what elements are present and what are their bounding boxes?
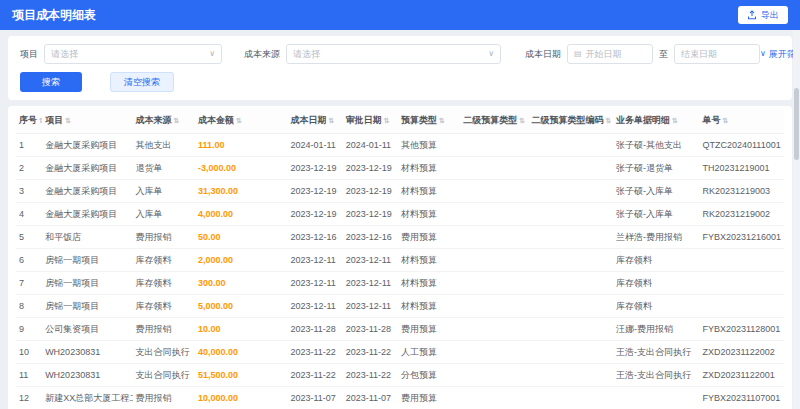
cell-cost-amount: 2,000.00 [195, 249, 287, 272]
cell-sub-budget-type [460, 341, 528, 364]
sort-icon[interactable]: ⇅ [328, 117, 334, 124]
export-button[interactable]: 导出 [738, 6, 788, 24]
sort-icon[interactable]: ⇅ [174, 117, 180, 124]
sort-icon[interactable]: ⇅ [39, 117, 42, 124]
table-row[interactable]: 7房锦一期项目库存领料300.002023-12-112023-12-11材料预… [16, 272, 784, 295]
cell-budget-type: 材料预算 [398, 272, 460, 295]
column-header-project[interactable]: 项目⇅ [42, 108, 132, 134]
vertical-scrollbar[interactable] [793, 30, 800, 409]
column-header-cost-source[interactable]: 成本来源⇅ [133, 108, 195, 134]
table-row[interactable]: 12新建XX总部大厦工程二期费用报销10,000.002023-11-07202… [16, 387, 784, 409]
cell-business-doc [613, 387, 699, 409]
cell-index: 5 [16, 226, 42, 249]
cell-cost-date: 2023-12-11 [287, 295, 342, 318]
cell-business-doc: 库存领料 [613, 295, 699, 318]
cell-cost-source: 退货单 [133, 157, 195, 180]
cell-index: 6 [16, 249, 42, 272]
column-label: 项目 [45, 115, 63, 125]
sort-icon[interactable]: ⇅ [236, 117, 242, 124]
sort-icon[interactable]: ⇅ [722, 117, 728, 124]
cost-table: 序号⇅项目⇅成本来源⇅成本金额⇅成本日期⇅审批日期⇅预算类型⇅二级预算类型⇅二级… [16, 108, 784, 409]
sort-icon[interactable]: ⇅ [672, 117, 678, 124]
cell-cost-amount: 10.00 [195, 318, 287, 341]
table-row[interactable]: 10WH20230831支出合同执行40,000.002023-11-22202… [16, 341, 784, 364]
cell-cost-source: 支出合同执行 [133, 341, 195, 364]
table-row[interactable]: 11WH20230831支出合同执行51,500.002023-11-22202… [16, 364, 784, 387]
cell-sub-budget-type-code [529, 226, 613, 249]
sort-icon[interactable]: ⇅ [439, 117, 445, 124]
column-header-approval-date[interactable]: 审批日期⇅ [343, 108, 398, 134]
column-header-budget-type[interactable]: 预算类型⇅ [398, 108, 460, 134]
filter-panel: 项目 请选择 ∨ 成本来源 请选择 ∨ 成本日期 ▤ 开始日期 至 结束日期 [8, 36, 792, 100]
cell-index: 2 [16, 157, 42, 180]
table-row[interactable]: 5和平饭店费用报销50.002023-12-162023-12-16费用预算兰样… [16, 226, 784, 249]
cell-project: 金融大厦采购项目 [42, 157, 132, 180]
column-header-sub-budget-type[interactable]: 二级预算类型⇅ [460, 108, 528, 134]
column-label: 成本日期 [290, 115, 326, 125]
column-header-cost-amount[interactable]: 成本金额⇅ [195, 108, 287, 134]
cell-approval-date: 2023-12-11 [343, 295, 398, 318]
cell-business-doc: 张子硕-入库单 [613, 180, 699, 203]
cell-index: 7 [16, 272, 42, 295]
table-row[interactable]: 2金融大厦采购项目退货单-3,000.002023-12-192023-12-1… [16, 157, 784, 180]
sort-icon[interactable]: ⇅ [384, 117, 390, 124]
date-start-input[interactable]: ▤ 开始日期 [567, 44, 653, 64]
sort-icon[interactable]: ⇅ [65, 117, 71, 124]
cell-index: 9 [16, 318, 42, 341]
cell-budget-type: 费用预算 [398, 387, 460, 409]
column-header-sub-budget-type-code[interactable]: 二级预算类型编码⇅ [529, 108, 613, 134]
table-row[interactable]: 9公司集资项目费用报销10.002023-11-282023-11-28费用预算… [16, 318, 784, 341]
column-label: 二级预算类型编码 [532, 115, 604, 125]
table-row[interactable]: 6房锦一期项目库存领料2,000.002023-12-112023-12-11材… [16, 249, 784, 272]
cell-sub-budget-type [460, 318, 528, 341]
cell-doc-no: QTZC20240111001 [699, 134, 784, 157]
cell-cost-date: 2023-11-07 [287, 387, 342, 409]
cell-budget-type: 其他预算 [398, 134, 460, 157]
date-end-input[interactable]: 结束日期 [674, 44, 760, 64]
cell-project: 和平饭店 [42, 226, 132, 249]
cell-approval-date: 2023-12-19 [343, 203, 398, 226]
table-row[interactable]: 4金融大厦采购项目入库单4,000.002023-12-192023-12-19… [16, 203, 784, 226]
column-header-index[interactable]: 序号⇅ [16, 108, 42, 134]
table-row[interactable]: 1金融大厦采购项目其他支出111.002024-01-112024-01-11其… [16, 134, 784, 157]
table-row[interactable]: 8房锦一期项目库存领料5,000.002023-12-112023-12-11材… [16, 295, 784, 318]
column-label: 预算类型 [401, 115, 437, 125]
cell-business-doc: 库存领料 [613, 249, 699, 272]
cell-index: 10 [16, 341, 42, 364]
cell-project: 公司集资项目 [42, 318, 132, 341]
cell-cost-date: 2023-12-19 [287, 203, 342, 226]
cell-project: 房锦一期项目 [42, 272, 132, 295]
column-header-business-doc[interactable]: 业务单据明细⇅ [613, 108, 699, 134]
column-header-doc-no[interactable]: 单号⇅ [699, 108, 784, 134]
chevron-down-icon: ∨ [760, 50, 766, 58]
cell-budget-type: 材料预算 [398, 203, 460, 226]
cell-project: WH20230831 [42, 341, 132, 364]
cell-doc-no: RK20231219002 [699, 203, 784, 226]
cell-cost-date: 2023-11-22 [287, 364, 342, 387]
cost-source-select[interactable]: 请选择 ∨ [286, 44, 501, 64]
vertical-scrollbar-thumb[interactable] [794, 88, 799, 160]
cell-index: 12 [16, 387, 42, 409]
date-end-placeholder: 结束日期 [681, 48, 717, 61]
clear-search-button[interactable]: 清空搜索 [110, 72, 174, 92]
date-range-separator: 至 [659, 48, 668, 61]
cell-sub-budget-type-code [529, 203, 613, 226]
cell-index: 1 [16, 134, 42, 157]
sort-icon[interactable]: ⇅ [519, 117, 525, 124]
cell-sub-budget-type-code [529, 272, 613, 295]
cell-cost-amount: 50.00 [195, 226, 287, 249]
cell-sub-budget-type [460, 134, 528, 157]
cell-cost-source: 入库单 [133, 203, 195, 226]
cell-approval-date: 2023-11-22 [343, 364, 398, 387]
column-header-cost-date[interactable]: 成本日期⇅ [287, 108, 342, 134]
cell-project: 房锦一期项目 [42, 249, 132, 272]
project-select[interactable]: 请选择 ∨ [44, 44, 222, 64]
column-label: 成本来源 [136, 115, 172, 125]
cell-cost-amount: 111.00 [195, 134, 287, 157]
table-row[interactable]: 3金融大厦采购项目入库单31,300.002023-12-192023-12-1… [16, 180, 784, 203]
cell-approval-date: 2023-12-11 [343, 272, 398, 295]
sort-icon[interactable]: ⇅ [606, 117, 612, 124]
cell-approval-date: 2023-12-11 [343, 249, 398, 272]
cell-sub-budget-type [460, 226, 528, 249]
search-button[interactable]: 搜索 [20, 72, 82, 92]
